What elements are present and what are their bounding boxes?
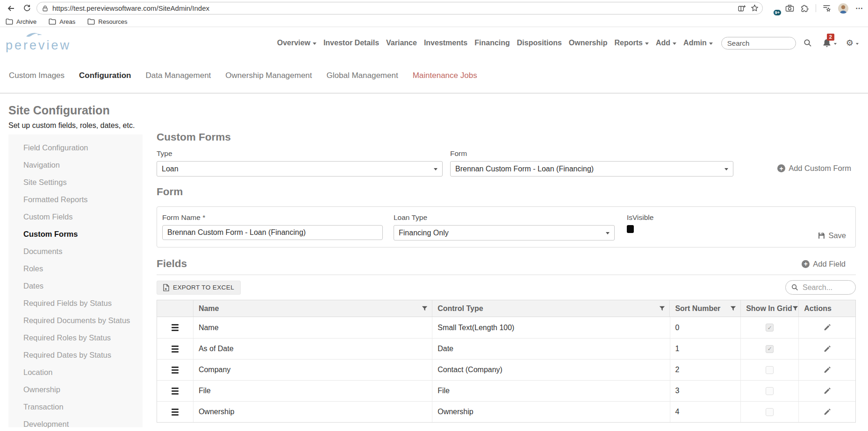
edit-pencil-icon[interactable]	[823, 324, 831, 332]
sidebar-item[interactable]: Documents	[8, 243, 143, 260]
control-type-cell: Contact (Company)	[432, 360, 669, 380]
nav-item[interactable]: Reports	[615, 39, 649, 47]
pereview-logo[interactable]: pereview	[6, 38, 71, 53]
browser-back-icon[interactable]	[5, 2, 17, 14]
form-select[interactable]: Brennan Custom Form - Loan (Financing)	[450, 161, 733, 177]
folder-icon	[49, 18, 56, 25]
admin-tab[interactable]: Configuration	[79, 71, 131, 80]
drag-handle-icon[interactable]	[172, 324, 179, 331]
nav-item[interactable]: Investor Details	[323, 39, 379, 47]
control-type-cell: Ownership	[432, 402, 669, 422]
browser-chrome: https://test.pereviewsoftware.com/SiteAd…	[0, 0, 868, 16]
fields-title: Fields	[157, 258, 187, 270]
filter-funnel-icon[interactable]	[792, 306, 798, 311]
bookmark-item[interactable]: Resources	[87, 18, 127, 25]
admin-tab[interactable]: Maintenance Jobs	[413, 71, 477, 80]
sidebar-item[interactable]: Roles	[8, 260, 143, 277]
filter-funnel-icon[interactable]	[422, 306, 428, 311]
add-field-button[interactable]: + Add Field	[802, 260, 846, 268]
camera-extension-icon[interactable]	[785, 4, 794, 12]
sort-number-cell: 4	[670, 402, 741, 422]
password-extension-icon[interactable]: 9+	[768, 3, 779, 14]
edit-pencil-icon[interactable]	[823, 366, 831, 374]
filter-funnel-icon[interactable]	[659, 306, 665, 311]
nav-item[interactable]: Dispositions	[517, 39, 562, 47]
loan-type-select[interactable]: Financing Only	[394, 225, 615, 240]
sidebar-item[interactable]: Ownership	[8, 381, 143, 398]
show-in-grid-checkbox[interactable]	[766, 366, 774, 374]
show-in-grid-checkbox[interactable]	[766, 408, 774, 416]
sidebar-item[interactable]: Transaction	[8, 398, 143, 416]
nav-item[interactable]: Admin	[683, 39, 713, 47]
form-label: Form	[450, 149, 733, 158]
save-button[interactable]: Save	[818, 231, 846, 240]
edit-pencil-icon[interactable]	[823, 345, 831, 353]
sidebar-item[interactable]: Dates	[8, 277, 143, 295]
browser-refresh-icon[interactable]	[21, 2, 33, 14]
isvisible-label: IsVisible	[627, 213, 653, 222]
sidebar-item[interactable]: Development	[8, 416, 143, 431]
sidebar-item[interactable]: Formatted Reports	[8, 191, 143, 208]
header-search-input[interactable]	[721, 37, 796, 49]
favorite-star-icon[interactable]	[751, 4, 759, 12]
search-icon[interactable]	[803, 39, 812, 47]
form-panel: Form Name * Loan Type Financing Only IsV…	[157, 206, 856, 247]
show-in-grid-checkbox[interactable]: ✓	[766, 324, 774, 332]
show-in-grid-checkbox[interactable]: ✓	[766, 345, 774, 353]
browser-menu-icon[interactable]: ⋯	[855, 4, 863, 13]
chevron-down-icon	[645, 42, 649, 45]
nav-item[interactable]: Add	[656, 39, 676, 47]
fields-search-input[interactable]	[803, 283, 849, 292]
sidebar-item[interactable]: Location	[8, 364, 143, 381]
notification-count-badge: 2	[827, 34, 834, 41]
add-custom-form-button[interactable]: + Add Custom Form	[777, 164, 851, 173]
export-to-excel-button[interactable]: x EXPORT TO EXCEL	[157, 281, 241, 295]
sidebar-item[interactable]: Navigation	[8, 156, 143, 174]
grid-header-cell: Name	[193, 300, 432, 317]
grid-header-cell	[157, 300, 193, 317]
drag-handle-icon[interactable]	[172, 388, 179, 395]
sidebar-item[interactable]: Field Configuration	[8, 139, 143, 156]
drag-handle-icon[interactable]	[172, 346, 179, 353]
admin-tab[interactable]: Custom Images	[9, 71, 65, 80]
nav-item[interactable]: Variance	[386, 39, 417, 47]
nav-item[interactable]: Overview	[277, 39, 316, 47]
browser-url-bar[interactable]: https://test.pereviewsoftware.com/SiteAd…	[36, 2, 763, 14]
bookmark-item[interactable]: Areas	[49, 18, 75, 25]
settings-gear-icon[interactable]: ⚙	[846, 39, 859, 47]
form-name-input[interactable]	[162, 225, 383, 240]
sidebar-item[interactable]: Site Settings	[8, 174, 143, 191]
split-screen-icon[interactable]	[738, 5, 746, 12]
form-section-title: Form	[157, 186, 856, 198]
nav-item[interactable]: Financing	[474, 39, 510, 47]
drag-handle-icon[interactable]	[172, 367, 179, 374]
admin-tab[interactable]: Global Management	[327, 71, 398, 80]
show-in-grid-checkbox[interactable]	[766, 387, 774, 395]
sidebar-item[interactable]: Custom Forms	[8, 226, 143, 243]
admin-tab[interactable]: Data Management	[145, 71, 211, 80]
sidebar-item[interactable]: Required Documents by Status	[8, 312, 143, 329]
table-row: Ownership Ownership 4	[157, 401, 855, 422]
drag-handle-icon[interactable]	[172, 409, 179, 416]
nav-item[interactable]: Ownership	[569, 39, 608, 47]
field-name-cell: File	[193, 381, 432, 401]
edit-pencil-icon[interactable]	[823, 387, 831, 395]
sidebar-item[interactable]: Required Roles by Status	[8, 329, 143, 346]
sort-number-cell: 3	[670, 381, 741, 401]
isvisible-checkbox[interactable]	[627, 225, 634, 233]
collections-icon[interactable]	[823, 4, 831, 12]
type-select[interactable]: Loan	[157, 161, 443, 177]
admin-tab[interactable]: Ownership Management	[225, 71, 312, 80]
main-content: Custom Forms Type Loan Form Brennan Cust…	[157, 131, 856, 423]
notifications-bell-icon[interactable]: 2	[822, 38, 837, 48]
extensions-puzzle-icon[interactable]	[801, 4, 809, 13]
sidebar-item[interactable]: Required Dates by Status	[8, 346, 143, 364]
profile-avatar[interactable]	[838, 3, 849, 14]
nav-item[interactable]: Investments	[424, 39, 467, 47]
sidebar-item[interactable]: Custom Fields	[8, 208, 143, 226]
sidebar-item[interactable]: Required Fields by Status	[8, 295, 143, 312]
filter-funnel-icon[interactable]	[730, 306, 736, 311]
bookmark-item[interactable]: Archive	[6, 18, 36, 25]
edit-pencil-icon[interactable]	[823, 408, 831, 416]
fields-search[interactable]	[785, 280, 856, 295]
